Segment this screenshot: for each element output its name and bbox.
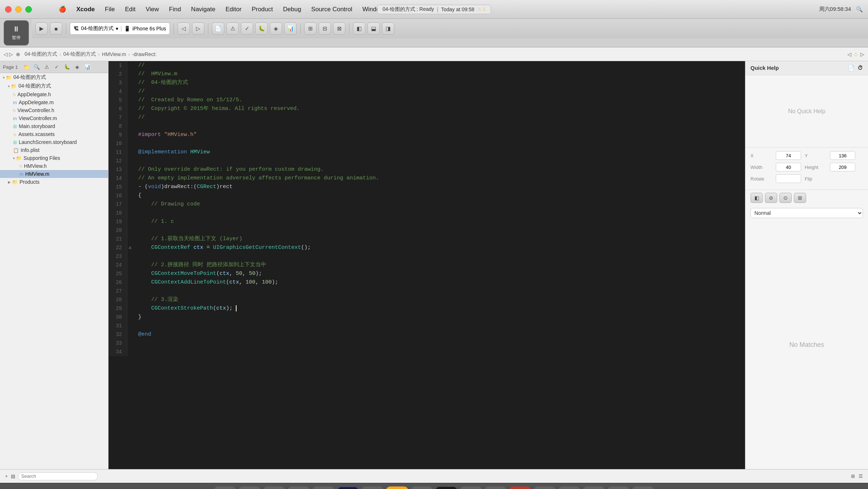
inspector-btn-1[interactable]: ◧ bbox=[750, 193, 763, 203]
quick-help-clock-icon[interactable]: ⏱ bbox=[858, 65, 863, 71]
folder-icon[interactable]: 📁 bbox=[22, 63, 31, 71]
debug-navigator-button[interactable]: 🐛 bbox=[255, 22, 268, 35]
line-content[interactable]: } bbox=[133, 313, 745, 322]
breakpoint-icon[interactable]: ◈ bbox=[73, 63, 81, 71]
line-content[interactable]: // Created by Romeo on 15/12/5. bbox=[133, 96, 745, 105]
normal-select[interactable]: Normal bbox=[750, 208, 863, 218]
grid-icon[interactable]: ⊞ bbox=[851, 473, 855, 479]
breadcrumb-forward-icon[interactable]: ▷ bbox=[860, 51, 864, 57]
code-editor[interactable]: 1//2// HMView.m3// 04-绘图的方式4//5// Create… bbox=[109, 61, 745, 469]
quick-help-icon[interactable]: 📄 bbox=[848, 65, 855, 71]
debug-area-toggle-button[interactable]: ⬓ bbox=[367, 22, 380, 35]
filter-icon[interactable]: ▤ bbox=[11, 473, 15, 479]
source-control-menu[interactable]: Source Control bbox=[306, 4, 357, 14]
dock-item-sketch[interactable]: 💎 bbox=[386, 486, 408, 489]
line-content[interactable]: // 1.获取当天绘图上下文 (layer) bbox=[133, 235, 745, 243]
scheme-selector[interactable]: 🏗 04-绘图的方式 ▾ | 📱 iPhone 6s Plus bbox=[70, 22, 170, 35]
dock-item-app5[interactable]: 📸 bbox=[583, 486, 605, 489]
nav-forward-button[interactable]: ▷ bbox=[192, 22, 204, 35]
nav-item-appdelegate-m[interactable]: m AppDelegate.m bbox=[0, 98, 108, 106]
dock-item-launchpad[interactable]: 🚀 bbox=[238, 486, 261, 489]
width-input[interactable] bbox=[776, 163, 801, 171]
line-content[interactable]: // Drawing code bbox=[133, 200, 745, 209]
nav-item-hmview-m[interactable]: m HMView.m bbox=[0, 170, 108, 178]
debug-menu[interactable]: Debug bbox=[278, 4, 306, 14]
dock-item-pycharm[interactable]: 🐍 bbox=[410, 486, 433, 489]
dock-item-terminal[interactable]: $_ bbox=[435, 486, 458, 489]
report-navigator-button[interactable]: 📊 bbox=[284, 22, 297, 35]
product-menu[interactable]: Product bbox=[247, 4, 278, 14]
dock-item-system-prefs[interactable]: ⚙ bbox=[361, 486, 384, 489]
minimize-button[interactable] bbox=[15, 6, 22, 13]
line-content[interactable]: // bbox=[133, 61, 745, 70]
inspector-btn-4[interactable]: ⊞ bbox=[794, 193, 806, 203]
nav-item-hmview-h[interactable]: h HMView.h bbox=[0, 162, 108, 170]
line-content[interactable]: // 04-绘图的方式 bbox=[133, 78, 745, 87]
line-content[interactable]: CGContextAddLineToPoint(ctx, 100, 100); bbox=[133, 278, 745, 287]
editor-menu[interactable]: Editor bbox=[220, 4, 246, 14]
dock-item-app3[interactable]: 📱 bbox=[533, 486, 556, 489]
line-content[interactable]: @end bbox=[133, 330, 745, 339]
nav-item-products[interactable]: ▶ 📁 Products bbox=[0, 178, 108, 186]
x-input[interactable] bbox=[776, 151, 801, 160]
list-icon[interactable]: ☰ bbox=[859, 473, 863, 479]
navigator-toggle-button[interactable]: ◧ bbox=[353, 22, 365, 35]
line-content[interactable]: { bbox=[133, 191, 745, 200]
add-file-button[interactable]: + bbox=[5, 473, 8, 479]
breadcrumb-method[interactable]: -drawRect: bbox=[132, 51, 157, 57]
inspector-btn-3[interactable]: ⊙ bbox=[779, 193, 792, 203]
y-input[interactable] bbox=[830, 151, 855, 160]
dock-item-trash[interactable]: 🗑 bbox=[632, 486, 654, 489]
warning-icon[interactable]: ⚠ bbox=[42, 63, 51, 71]
line-content[interactable]: // bbox=[133, 113, 745, 122]
search-icon[interactable]: 🔍 bbox=[32, 63, 41, 71]
dock-item-mouse[interactable]: 🖱 bbox=[288, 486, 310, 489]
pause-button[interactable]: ⏸ 暂停 bbox=[4, 20, 29, 46]
dock-item-app1[interactable]: 🎯 bbox=[484, 486, 507, 489]
nav-back-button[interactable]: ◁ bbox=[178, 22, 190, 35]
apple-menu[interactable]: 🍎 bbox=[54, 4, 71, 14]
version-editor-button[interactable]: ⊠ bbox=[333, 22, 345, 35]
line-content[interactable]: // Copyright © 2015年 heima. All rights r… bbox=[133, 105, 745, 113]
line-content[interactable]: // Only override drawRect: if you perfor… bbox=[133, 165, 745, 174]
line-content[interactable]: @implementation HMView bbox=[133, 148, 745, 157]
dock-item-app6[interactable]: 📧 bbox=[607, 486, 630, 489]
breadcrumb-file[interactable]: HMView.m bbox=[102, 51, 126, 57]
breadcrumb-back-icon[interactable]: ◁ bbox=[847, 51, 851, 57]
dock-item-video[interactable]: 🎬 bbox=[312, 486, 335, 489]
nav-item-info-plist[interactable]: 📋 Info.plist bbox=[0, 146, 108, 154]
standard-editor-button[interactable]: ⊞ bbox=[304, 22, 316, 35]
utilities-toggle-button[interactable]: ◨ bbox=[382, 22, 394, 35]
line-content[interactable]: CGContextStrokePath(ctx); bbox=[133, 304, 745, 313]
search-icon[interactable]: 🔍 bbox=[856, 6, 863, 13]
test-icon[interactable]: ✓ bbox=[52, 63, 61, 71]
line-content[interactable]: // 3.渲染 bbox=[133, 295, 745, 304]
line-content[interactable]: // An empty implementation adversely aff… bbox=[133, 174, 745, 183]
line-content[interactable]: // 2.拼接路径 同时 把路径添加到上下文当中 bbox=[133, 261, 745, 269]
breadcrumb-project[interactable]: 04-绘图的方式 bbox=[25, 51, 57, 58]
navigate-menu[interactable]: Navigate bbox=[186, 4, 220, 14]
line-content[interactable]: CGContextRef ctx = UIGraphicsGetCurrentC… bbox=[133, 243, 745, 252]
dock-item-finder[interactable]: 🔵 bbox=[214, 486, 236, 489]
line-content[interactable]: - (void)drawRect:(CGRect)rect bbox=[133, 183, 745, 191]
assistant-editor-button[interactable]: ⊟ bbox=[319, 22, 331, 35]
line-content[interactable]: #import "HMView.h" bbox=[133, 131, 745, 139]
find-menu[interactable]: Find bbox=[164, 4, 186, 14]
breadcrumb-warning-icon[interactable]: ⚠ bbox=[854, 51, 858, 57]
xcode-menu[interactable]: Xcode bbox=[71, 4, 100, 14]
nav-item-appdelegate-h[interactable]: h AppDelegate.h bbox=[0, 90, 108, 98]
breakpoint-navigator-button[interactable]: ◈ bbox=[270, 22, 282, 35]
nav-item-supporting-files[interactable]: ▾ 📁 Supporting Files bbox=[0, 154, 108, 162]
dock-item-player[interactable]: ▶ bbox=[460, 486, 482, 489]
inspector-btn-2[interactable]: ⊘ bbox=[765, 193, 777, 203]
report-icon[interactable]: 📊 bbox=[83, 63, 92, 71]
maximize-button[interactable] bbox=[25, 6, 32, 13]
nav-item-launch-storyboard[interactable]: ⊞ LaunchScreen.storyboard bbox=[0, 138, 108, 146]
nav-item-subfolder[interactable]: ▾ 📁 04-绘图的方式 bbox=[0, 82, 108, 90]
dock-item-app2[interactable]: 📡 bbox=[509, 486, 531, 489]
nav-item-viewcontroller-m[interactable]: m ViewController.m bbox=[0, 114, 108, 122]
line-content[interactable]: // HMView.m bbox=[133, 70, 745, 78]
line-content[interactable]: // 1. c bbox=[133, 217, 745, 226]
edit-menu[interactable]: Edit bbox=[120, 4, 140, 14]
stop-button[interactable]: ■ bbox=[50, 22, 62, 35]
